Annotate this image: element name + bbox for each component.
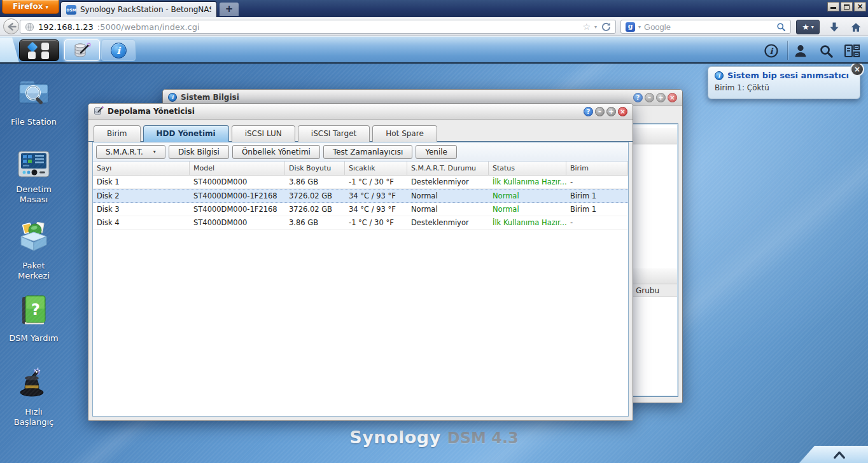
window-controls: ? – + × xyxy=(584,107,627,116)
menu-square-icon xyxy=(28,52,36,59)
search-icon[interactable] xyxy=(776,22,786,32)
close-button[interactable]: × xyxy=(618,107,627,116)
table-cell: 3.86 GB xyxy=(285,176,345,188)
main-menu-button[interactable] xyxy=(19,39,59,61)
column-header-say-[interactable]: Sayı xyxy=(93,162,190,175)
desktop-icon-file-station[interactable]: File Station xyxy=(1,78,66,127)
table-cell: 34 °C / 93 °F xyxy=(345,203,407,216)
storage-manager-titlebar[interactable]: Depolama Yöneticisi ? – + × xyxy=(88,104,633,120)
bookmarks-button[interactable]: ★▾ xyxy=(796,20,820,34)
disk-info-button[interactable]: Disk Bilgisi xyxy=(169,145,229,159)
table-cell: 3726.02 GB xyxy=(285,190,345,202)
column-header-s-cakl-k[interactable]: Sıcaklık xyxy=(345,162,407,175)
cache-management-button[interactable]: Önbellek Yönetimi xyxy=(232,145,320,159)
user-menu-button[interactable] xyxy=(792,43,809,59)
firefox-menu-label: Firefox xyxy=(13,2,43,11)
chevron-up-icon xyxy=(832,450,846,459)
url-bar[interactable]: 192.168.1.23:5000/webman/index.cgi ☆ ▾ xyxy=(20,20,616,34)
pilot-view-button[interactable] xyxy=(844,43,860,59)
tab-iscsi-target[interactable]: iSCSI Target xyxy=(298,125,370,142)
synology-logo: SynologyDSM 4.3 xyxy=(0,427,868,447)
maximize-button[interactable]: + xyxy=(656,93,666,102)
table-cell: Disk 1 xyxy=(93,176,190,188)
system-info-icon: i xyxy=(168,93,177,102)
table-cell: Normal xyxy=(407,203,489,216)
tab-title: Synology RackStation - BetongNAS xyxy=(80,5,211,14)
firefox-menu-button[interactable]: Firefox▾ xyxy=(2,0,59,14)
table-cell: İlk Kullanıma Hazır... xyxy=(489,216,566,229)
help-button[interactable]: ? xyxy=(633,93,643,102)
hdd-toolbar: S.M.A.R.T.▾ Disk Bilgisi Önbellek Yöneti… xyxy=(93,142,628,162)
notification-info-icon: i xyxy=(715,71,724,80)
storage-tabs: Birim HDD Yönetimi iSCSI LUN iSCSI Targe… xyxy=(88,120,633,142)
help-button[interactable]: ? xyxy=(584,107,593,116)
restore-button[interactable] xyxy=(841,2,853,11)
menu-diamond-icon xyxy=(27,42,38,53)
taskbar-divider xyxy=(787,41,788,60)
browser-titlebar: Firefox▾ DSM Synology RackStation - Beto… xyxy=(0,0,868,17)
minimize-button[interactable]: – xyxy=(595,107,605,116)
tab-iscsi-lun[interactable]: iSCSI LUN xyxy=(232,125,295,142)
desktop-icon-quick-start[interactable]: Hızlı Başlangıç xyxy=(1,366,66,428)
disk-table-body: Disk 1ST4000DM0003.86 GB-1 °C / 30 °FDes… xyxy=(93,176,628,230)
window-controls: × xyxy=(827,2,866,11)
tab-birim[interactable]: Birim xyxy=(94,125,141,142)
smart-button[interactable]: S.M.A.R.T.▾ xyxy=(96,145,165,159)
browser-tab[interactable]: DSM Synology RackStation - BetongNAS xyxy=(60,1,217,17)
table-row[interactable]: Disk 2ST4000DM000-1F21683726.02 GB34 °C … xyxy=(93,189,628,203)
column-header-status[interactable]: Status xyxy=(489,162,566,175)
show-desktop-tab[interactable] xyxy=(799,446,868,463)
notification-popup: i Sistem bip sesi anımsatıcı Birim 1: Çö… xyxy=(708,66,860,99)
reload-icon[interactable] xyxy=(601,22,611,32)
close-button[interactable]: × xyxy=(854,2,866,11)
chevron-down-icon: ▾ xyxy=(811,24,814,30)
info-orb-icon: i xyxy=(111,43,127,59)
desktop-icon-dsm-help[interactable]: ? DSM Yardım xyxy=(1,294,66,343)
taskbar-storage-manager-button[interactable] xyxy=(64,39,100,61)
notification-close-button[interactable]: × xyxy=(850,64,864,76)
maximize-button[interactable]: + xyxy=(606,107,616,116)
notifications-info-button[interactable]: i xyxy=(763,43,780,59)
minimize-button[interactable]: – xyxy=(645,93,654,102)
bookmark-star-icon[interactable]: ☆ xyxy=(582,22,591,32)
taskbar-system-info-button[interactable]: i xyxy=(101,39,136,61)
menu-square-icon xyxy=(41,52,49,59)
download-arrow-icon xyxy=(828,21,841,34)
storage-manager-window: Depolama Yöneticisi ? – + × Birim HDD Yö… xyxy=(88,103,633,421)
svg-text:?: ? xyxy=(31,301,40,319)
minimize-button[interactable] xyxy=(827,2,839,11)
downloads-button[interactable] xyxy=(825,20,844,34)
desktop-icon-control-panel[interactable]: Denetim Masası xyxy=(1,150,66,205)
home-button[interactable] xyxy=(846,20,865,34)
table-cell: Desteklenmiyor xyxy=(407,176,489,188)
column-header-disk-boyutu[interactable]: Disk Boyutu xyxy=(285,162,345,175)
test-scheduler-button[interactable]: Test Zamanlayıcısı xyxy=(323,145,412,159)
tab-hdd-yonetimi[interactable]: HDD Yönetimi xyxy=(143,125,229,142)
column-header-model[interactable]: Model xyxy=(190,162,285,175)
new-tab-button[interactable]: + xyxy=(220,3,239,16)
home-icon xyxy=(850,21,862,34)
search-input[interactable] xyxy=(644,22,773,32)
close-button[interactable]: × xyxy=(668,93,677,102)
desktop-icon-package-center[interactable]: Paket Merkezi xyxy=(1,221,66,282)
taskbar-corner[interactable] xyxy=(0,38,19,62)
column-header-s-m-a-r-t-durumu[interactable]: S.M.A.R.T. Durumu xyxy=(407,162,489,175)
search-box[interactable]: g ▾ xyxy=(620,20,791,34)
table-row[interactable]: Disk 3ST4000DM000-1F21683726.02 GB34 °C … xyxy=(93,203,628,216)
tab-favicon: DSM xyxy=(66,5,76,15)
refresh-button[interactable]: Yenile xyxy=(416,145,457,159)
browser-navbar: 192.168.1.23:5000/webman/index.cgi ☆ ▾ g… xyxy=(0,17,868,36)
window-controls: ? – + × xyxy=(633,93,677,102)
column-header-birim[interactable]: Birim xyxy=(566,162,628,175)
svg-text:i: i xyxy=(770,46,774,56)
notification-body: Birim 1: Çöktü xyxy=(715,83,853,92)
tab-hot-spare[interactable]: Hot Spare xyxy=(372,125,437,142)
back-button[interactable] xyxy=(3,18,19,34)
search-engine-dropdown-icon[interactable]: ▾ xyxy=(638,24,641,30)
url-dropdown-icon[interactable]: ▾ xyxy=(594,24,597,30)
hdd-panel: S.M.A.R.T.▾ Disk Bilgisi Önbellek Yöneti… xyxy=(92,142,629,417)
menu-square-icon xyxy=(41,43,49,50)
global-search-button[interactable] xyxy=(818,43,834,59)
table-row[interactable]: Disk 1ST4000DM0003.86 GB-1 °C / 30 °FDes… xyxy=(93,176,628,189)
table-row[interactable]: Disk 4ST4000DM0003.86 GB-1 °C / 30 °FDes… xyxy=(93,216,628,230)
